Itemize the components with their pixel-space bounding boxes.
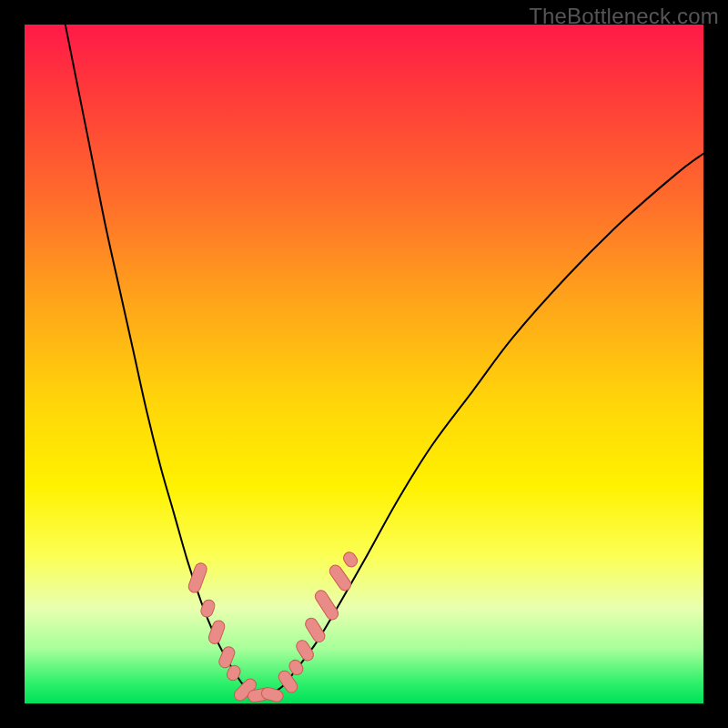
data-marker (294, 638, 316, 662)
marker-group (187, 550, 359, 703)
curve-curve-left (66, 25, 256, 694)
data-marker (313, 588, 340, 622)
chart-svg (25, 25, 703, 703)
data-marker (341, 550, 359, 569)
curve-group (66, 25, 703, 696)
chart-frame: TheBottleneck.com (0, 0, 728, 728)
data-marker (328, 563, 353, 593)
